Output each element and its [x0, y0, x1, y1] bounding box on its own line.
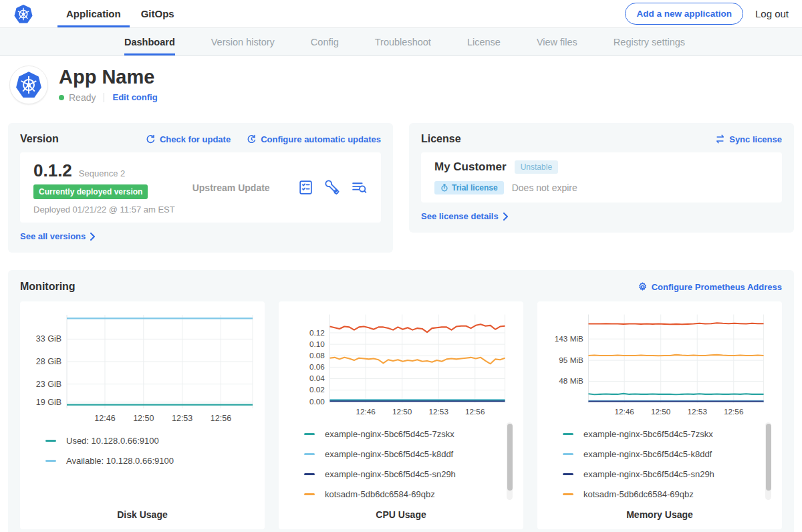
legend-item: Available: 10.128.0.66:9100	[45, 456, 242, 466]
view-logs-icon[interactable]	[351, 179, 368, 196]
svg-text:0.06: 0.06	[309, 362, 325, 371]
see-license-details-link[interactable]: See license details	[421, 211, 509, 221]
svg-text:0.10: 0.10	[309, 340, 325, 348]
app-status: Ready	[69, 92, 96, 103]
version-card-title: Version	[20, 133, 59, 145]
legend-swatch	[563, 493, 573, 495]
version-card: Version Check for update Configure autom…	[8, 123, 393, 253]
svg-text:12:56: 12:56	[211, 414, 231, 423]
svg-text:0.08: 0.08	[309, 351, 325, 360]
chart-plot: 143 MiB95 MiB48 MiB12:4612:5012:5312:56	[543, 309, 777, 420]
legend-label: Available: 10.128.0.66:9100	[66, 456, 174, 466]
chart-legend: example-nginx-5bc6f5d4c5-7zskxexample-ng…	[284, 420, 518, 509]
configure-prometheus-link[interactable]: Configure Prometheus Address	[638, 282, 782, 292]
license-type-badge: Trial license	[434, 181, 504, 194]
version-sequence: Sequence 2	[79, 168, 125, 178]
legend-swatch	[304, 453, 315, 455]
legend-label: example-nginx-5bc6f5d4c5-k8ddf	[325, 449, 453, 459]
legend-swatch	[45, 460, 56, 462]
series-line-example-nginx-5bc6f5d4c5-7zskx	[588, 394, 763, 394]
legend-scrollbar[interactable]	[507, 422, 513, 500]
cards-row: Version Check for update Configure autom…	[0, 123, 802, 253]
logout-button[interactable]: Log out	[755, 8, 789, 19]
legend-item: example-nginx-5bc6f5d4c5-sn29h	[304, 469, 501, 479]
license-card: License Sync license My Customer Unstabl…	[409, 123, 794, 233]
tab-version-history[interactable]: Version history	[211, 28, 275, 55]
svg-text:12:53: 12:53	[429, 407, 449, 416]
svg-text:12:56: 12:56	[465, 407, 485, 416]
tab-view-files[interactable]: View files	[537, 28, 577, 55]
legend-swatch	[563, 473, 573, 475]
tab-license[interactable]: License	[467, 28, 501, 55]
legend-item: kotsadm-5db6dc6584-69qbz	[563, 489, 759, 499]
top-nav: ApplicationGitOps Add a new application …	[0, 0, 802, 28]
edit-config-link[interactable]: Edit config	[112, 92, 157, 102]
svg-text:12:46: 12:46	[94, 414, 115, 423]
preflight-checks-icon[interactable]	[297, 179, 314, 196]
page-title: App Name	[59, 67, 158, 87]
svg-text:19 GiB: 19 GiB	[36, 398, 61, 407]
series-line-unlabeled-series	[588, 323, 763, 324]
svg-text:48 MiB: 48 MiB	[559, 376, 583, 385]
sync-license-link[interactable]: Sync license	[715, 134, 782, 144]
chart-plot: 0.120.100.080.060.040.020.0012:4612:5012…	[284, 309, 518, 420]
chart-title: CPU Usage	[284, 509, 518, 523]
tab-dashboard[interactable]: Dashboard	[124, 28, 175, 55]
stopwatch-icon	[440, 184, 448, 192]
app-logo-icon	[9, 65, 48, 104]
tab-config[interactable]: Config	[311, 28, 339, 55]
legend-item: Used: 10.128.0.66:9100	[45, 436, 242, 446]
chart-card-memory-usage: 143 MiB95 MiB48 MiB12:4612:5012:5312:56e…	[537, 301, 782, 529]
tab-troubleshoot[interactable]: Troubleshoot	[375, 28, 431, 55]
secondary-nav: DashboardVersion historyConfigTroublesho…	[0, 28, 802, 56]
legend-label: example-nginx-5bc6f5d4c5-sn29h	[583, 469, 714, 479]
svg-text:12:46: 12:46	[356, 407, 376, 416]
tab-registry-settings[interactable]: Registry settings	[614, 28, 685, 55]
charts-row: 33 GiB28 GiB23 GiB19 GiB12:4612:5012:531…	[20, 301, 782, 529]
scheduled-update-icon	[247, 134, 257, 144]
legend-scrollbar[interactable]	[765, 422, 771, 500]
svg-text:12:53: 12:53	[172, 414, 192, 423]
chart-title: Memory Usage	[543, 509, 777, 523]
kubernetes-logo-icon	[13, 0, 33, 27]
svg-text:143 MiB: 143 MiB	[555, 334, 583, 343]
svg-text:12:50: 12:50	[392, 407, 412, 416]
series-line-kotsadm-5db6dc6584-69qbz	[588, 355, 763, 356]
deployed-timestamp: Deployed 01/21/22 @ 11:57 am EST	[33, 205, 175, 215]
chart-legend: example-nginx-5bc6f5d4c5-7zskxexample-ng…	[543, 420, 777, 509]
top-nav-tabs: ApplicationGitOps	[56, 0, 184, 27]
refresh-icon	[146, 134, 156, 144]
configure-automatic-updates-link[interactable]: Configure automatic updates	[247, 134, 381, 144]
legend-swatch	[45, 440, 56, 442]
top-tab-application[interactable]: Application	[56, 0, 131, 27]
svg-text:0.02: 0.02	[309, 385, 325, 394]
legend-scrollbar-thumb[interactable]	[766, 424, 771, 491]
chart-card-disk-usage: 33 GiB28 GiB23 GiB19 GiB12:4612:5012:531…	[20, 301, 265, 529]
divider	[104, 93, 104, 102]
series-line-kotsadm-5db6dc6584-69qbz	[329, 358, 505, 364]
legend-swatch	[304, 473, 315, 475]
customer-name: My Customer	[434, 160, 507, 174]
check-for-update-link[interactable]: Check for update	[146, 134, 231, 144]
see-all-versions-link[interactable]: See all versions	[20, 231, 96, 241]
edit-config-wrench-icon[interactable]	[324, 179, 341, 196]
license-expiry: Does not expire	[512, 182, 577, 193]
monitoring-title: Monitoring	[20, 281, 76, 293]
svg-text:12:46: 12:46	[614, 407, 634, 416]
svg-text:0.00: 0.00	[309, 397, 325, 406]
monitoring-section: Monitoring Configure Prometheus Address …	[8, 270, 794, 532]
legend-item: example-nginx-5bc6f5d4c5-k8ddf	[563, 449, 759, 459]
top-tab-gitops[interactable]: GitOps	[131, 0, 184, 27]
legend-swatch	[563, 433, 573, 435]
svg-text:12:50: 12:50	[651, 407, 671, 416]
add-new-application-button[interactable]: Add a new application	[625, 3, 743, 25]
license-card-title: License	[421, 133, 461, 145]
legend-item: example-nginx-5bc6f5d4c5-sn29h	[563, 469, 759, 479]
svg-text:12:53: 12:53	[688, 407, 708, 416]
svg-text:0.12: 0.12	[309, 328, 325, 337]
legend-scrollbar-thumb[interactable]	[507, 424, 513, 491]
legend-item: kotsadm-5db6dc6584-69qbz	[304, 489, 501, 499]
svg-text:23 GiB: 23 GiB	[36, 380, 61, 389]
update-type-label: Upstream Update	[192, 182, 270, 193]
license-details-box: My Customer Unstable Trial license Does …	[421, 152, 782, 203]
